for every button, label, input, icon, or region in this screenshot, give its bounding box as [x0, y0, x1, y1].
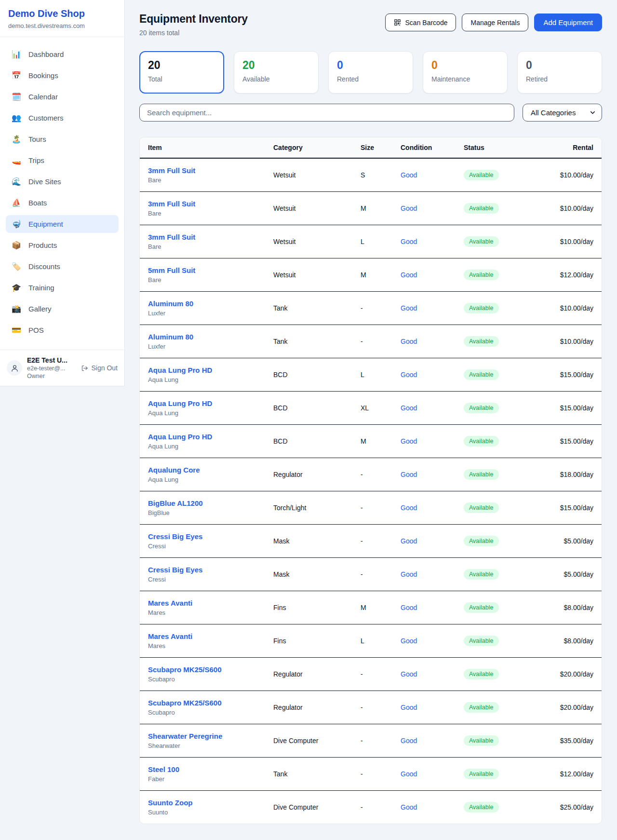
item-name-link[interactable]: Aluminum 80 [148, 299, 193, 308]
sidebar-item-products[interactable]: 📦 Products [6, 236, 119, 254]
item-name-link[interactable]: Steel 100 [148, 765, 179, 773]
sign-out-icon [81, 365, 88, 372]
sidebar-item-calendar[interactable]: 🗓️ Calendar [6, 88, 119, 106]
table-row: 3mm Full Suit Bare Wetsuit S Good Availa… [140, 158, 602, 191]
item-brand: Aqua Lung [148, 376, 273, 383]
brand-domain: demo.test.divestreams.com [8, 22, 116, 29]
add-equipment-button[interactable]: Add Equipment [534, 14, 602, 31]
item-name-link[interactable]: 3mm Full Suit [148, 200, 195, 208]
item-name-link[interactable]: Cressi Big Eyes [148, 566, 202, 574]
item-rental-rate: $15.00/day [546, 358, 602, 391]
condition-link[interactable]: Good [401, 637, 417, 645]
item-size: L [361, 225, 401, 258]
sidebar-item-training[interactable]: 🎓 Training [6, 279, 119, 297]
category-select[interactable]: All Categories [523, 104, 602, 122]
item-name-link[interactable]: 3mm Full Suit [148, 166, 195, 175]
condition-link[interactable]: Good [401, 404, 417, 412]
trips-icon: 🚤 [11, 156, 22, 165]
item-name-link[interactable]: Scubapro MK25/S600 [148, 699, 222, 707]
item-name-link[interactable]: 3mm Full Suit [148, 233, 195, 241]
sidebar-item-boats[interactable]: ⛵ Boats [6, 194, 119, 212]
condition-link[interactable]: Good [401, 570, 417, 578]
items-total-count: 20 items total [139, 29, 248, 37]
item-name-link[interactable]: 5mm Full Suit [148, 266, 195, 274]
sidebar-item-tours[interactable]: 🏝️ Tours [6, 130, 119, 148]
item-size: M [361, 591, 401, 624]
column-header-item: Item [140, 137, 273, 158]
stat-card-available[interactable]: 20 Available [234, 51, 319, 94]
sidebar-item-dashboard[interactable]: 📊 Dashboard [6, 45, 119, 63]
stat-label: Rented [337, 75, 404, 83]
item-category: Dive Computer [273, 724, 361, 757]
item-brand: Cressi [148, 542, 273, 550]
sidebar-item-trips[interactable]: 🚤 Trips [6, 151, 119, 169]
item-rental-rate: $12.00/day [546, 258, 602, 291]
manage-rentals-button[interactable]: Manage Rentals [462, 14, 528, 31]
condition-link[interactable]: Good [401, 504, 417, 512]
table-row: Aqua Lung Pro HD Aqua Lung BCD L Good Av… [140, 358, 602, 391]
stat-card-rented[interactable]: 0 Rented [328, 51, 413, 94]
sidebar-item-dive-sites[interactable]: 🌊 Dive Sites [6, 173, 119, 190]
item-name-link[interactable]: Mares Avanti [148, 599, 192, 607]
sidebar-item-bookings[interactable]: 📅 Bookings [6, 67, 119, 84]
condition-link[interactable]: Good [401, 704, 417, 711]
column-header-size: Size [361, 137, 401, 158]
table-row: Shearwater Peregrine Shearwater Dive Com… [140, 724, 602, 757]
sidebar-item-discounts[interactable]: 🏷️ Discounts [6, 257, 119, 275]
item-rental-rate: $15.00/day [546, 424, 602, 458]
stat-card-total[interactable]: 20 Total [139, 51, 224, 94]
condition-link[interactable]: Good [401, 371, 417, 379]
condition-link[interactable]: Good [401, 537, 417, 545]
item-rental-rate: $25.00/day [546, 790, 602, 824]
item-name-link[interactable]: Suunto Zoop [148, 799, 192, 807]
status-badge: Available [464, 469, 499, 480]
item-name-link[interactable]: Scubapro MK25/S600 [148, 665, 222, 674]
stat-card-retired[interactable]: 0 Retired [517, 51, 602, 94]
condition-link[interactable]: Good [401, 338, 417, 345]
sidebar-nav: 📊 Dashboard 📅 Bookings 🗓️ Calendar 👥 Cus… [0, 37, 124, 350]
condition-link[interactable]: Good [401, 803, 417, 811]
condition-link[interactable]: Good [401, 304, 417, 312]
condition-link[interactable]: Good [401, 471, 417, 478]
condition-link[interactable]: Good [401, 204, 417, 212]
item-name-link[interactable]: Aqua Lung Pro HD [148, 366, 212, 374]
sidebar-item-gallery[interactable]: 📸 Gallery [6, 300, 119, 318]
item-name-link[interactable]: Cressi Big Eyes [148, 532, 202, 541]
item-size: - [361, 325, 401, 358]
sidebar-item-customers[interactable]: 👥 Customers [6, 109, 119, 127]
condition-link[interactable]: Good [401, 271, 417, 279]
item-name-link[interactable]: Aluminum 80 [148, 333, 193, 341]
item-rental-rate: $10.00/day [546, 225, 602, 258]
brand-name[interactable]: Demo Dive Shop [8, 8, 116, 19]
search-input[interactable] [139, 104, 514, 122]
condition-link[interactable]: Good [401, 238, 417, 245]
item-category: Tank [273, 325, 361, 358]
main-content: Equipment Inventory 20 items total Scan … [125, 0, 617, 838]
item-name-link[interactable]: Aqua Lung Pro HD [148, 433, 212, 441]
person-icon [11, 364, 19, 372]
item-name-link[interactable]: Mares Avanti [148, 632, 192, 640]
condition-link[interactable]: Good [401, 171, 417, 179]
condition-link[interactable]: Good [401, 670, 417, 678]
item-name-link[interactable]: Aqua Lung Pro HD [148, 399, 212, 407]
stat-card-maintenance[interactable]: 0 Maintenance [423, 51, 508, 94]
stat-value: 20 [148, 59, 215, 72]
item-name-link[interactable]: Shearwater Peregrine [148, 732, 222, 740]
status-badge: Available [464, 802, 499, 813]
condition-link[interactable]: Good [401, 737, 417, 745]
item-brand: Mares [148, 642, 273, 650]
item-rental-rate: $18.00/day [546, 458, 602, 491]
sidebar-item-equipment[interactable]: 🤿 Equipment [6, 215, 119, 233]
products-icon: 📦 [11, 241, 22, 250]
condition-link[interactable]: Good [401, 437, 417, 445]
status-badge: Available [464, 502, 499, 513]
condition-link[interactable]: Good [401, 604, 417, 611]
sign-out-button[interactable]: Sign Out [81, 364, 118, 372]
item-brand: Mares [148, 609, 273, 616]
item-name-link[interactable]: BigBlue AL1200 [148, 499, 203, 507]
sidebar-item-pos[interactable]: 💳 POS [6, 321, 119, 339]
item-rental-rate: $20.00/day [546, 691, 602, 724]
item-name-link[interactable]: Aqualung Core [148, 466, 200, 474]
condition-link[interactable]: Good [401, 770, 417, 778]
scan-barcode-button[interactable]: Scan Barcode [385, 14, 456, 31]
